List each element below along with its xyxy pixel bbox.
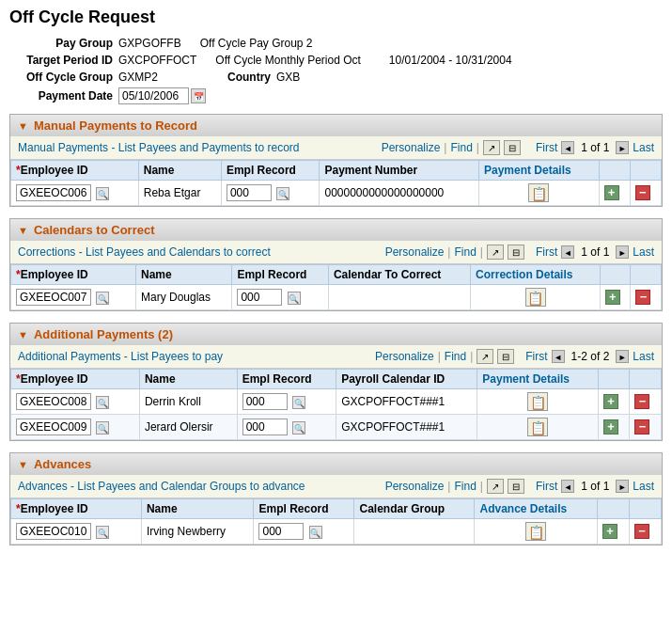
remove-row-button[interactable]: − xyxy=(634,524,649,539)
add-cell: + xyxy=(599,181,630,206)
col-rem-1 xyxy=(630,161,661,181)
advances-find[interactable]: Find xyxy=(454,480,476,493)
empl-record-input[interactable] xyxy=(258,523,304,540)
table-row: 🔍 Mary Douglas 🔍 📋 + − xyxy=(11,285,662,310)
advances-grid-icon[interactable]: ⊟ xyxy=(508,479,524,494)
col-rem-4 xyxy=(629,499,661,519)
manual-payments-last[interactable]: Last xyxy=(633,141,654,154)
calendars-next[interactable]: ► xyxy=(616,245,629,259)
payment-date-input[interactable] xyxy=(118,87,189,104)
advances-title: Advances xyxy=(34,457,91,471)
calendar-id-cell: GXCPOFFOCT###1 xyxy=(336,415,477,440)
remove-row-button[interactable]: − xyxy=(635,185,650,200)
search-icon[interactable]: 🔍 xyxy=(96,187,109,200)
search-icon[interactable]: 🔍 xyxy=(288,292,301,305)
additional-payments-header: ▼ Additional Payments (2) xyxy=(10,324,662,345)
advances-toggle[interactable]: ▼ xyxy=(18,459,28,470)
add-cell: + xyxy=(600,285,631,310)
calendar-icon[interactable]: 📅 xyxy=(191,88,206,103)
manual-payments-prev[interactable]: ◄ xyxy=(561,141,574,154)
additional-payments-prev[interactable]: ◄ xyxy=(552,350,565,363)
page-title: Off Cycle Request xyxy=(9,8,663,27)
advances-toolbar-links: Personalize | Find | ↗ ⊟ First ◄ 1 of 1 … xyxy=(385,479,654,494)
search-icon[interactable]: 🔍 xyxy=(292,396,305,409)
manual-payments-header: ▼ Manual Payments to Record xyxy=(10,115,662,136)
payment-date-row: Payment Date 📅 xyxy=(9,87,663,104)
calendars-grid-icon[interactable]: ⊟ xyxy=(508,245,524,260)
manual-payments-first[interactable]: First xyxy=(536,141,557,154)
search-icon[interactable]: 🔍 xyxy=(96,292,109,305)
manual-payments-export-icon[interactable]: ↗ xyxy=(483,140,500,155)
advances-personalize[interactable]: Personalize xyxy=(385,480,445,493)
remove-row-button[interactable]: − xyxy=(634,419,649,434)
add-row-button[interactable]: + xyxy=(605,290,620,305)
advances-toolbar-label: Advances - List Payees and Calendar Grou… xyxy=(18,480,305,493)
search-icon[interactable]: 🔍 xyxy=(96,396,109,409)
emp-id-input[interactable] xyxy=(16,184,91,201)
manual-payments-toolbar-links: Personalize | Find | ↗ ⊟ First ◄ 1 of 1 … xyxy=(382,140,654,155)
add-row-button[interactable]: + xyxy=(603,394,618,409)
detail-icon[interactable]: 📋 xyxy=(525,288,546,307)
emp-id-input[interactable] xyxy=(16,419,91,435)
additional-payments-export-icon[interactable]: ↗ xyxy=(477,349,493,364)
manual-payments-nav: 1 of 1 xyxy=(581,141,609,154)
detail-icon[interactable]: 📋 xyxy=(527,418,548,436)
calendars-personalize[interactable]: Personalize xyxy=(385,245,445,259)
advances-prev[interactable]: ◄ xyxy=(561,480,574,493)
add-row-button[interactable]: + xyxy=(603,419,618,434)
emp-id-cell: 🔍 xyxy=(11,415,140,440)
page-container: Off Cycle Request Pay Group GXPGOFFB Off… xyxy=(0,0,672,564)
country-value: GXB xyxy=(276,71,300,84)
detail-icon[interactable]: 📋 xyxy=(525,522,546,541)
advances-last[interactable]: Last xyxy=(633,480,654,493)
emp-id-input[interactable] xyxy=(16,393,91,410)
additional-payments-toggle[interactable]: ▼ xyxy=(18,329,28,340)
advances-export-icon[interactable]: ↗ xyxy=(487,479,504,494)
manual-payments-find[interactable]: Find xyxy=(450,141,472,154)
col-name-4: Name xyxy=(141,499,254,519)
add-row-button[interactable]: + xyxy=(602,524,617,539)
additional-payments-first[interactable]: First xyxy=(525,350,547,363)
calendars-export-icon[interactable]: ↗ xyxy=(487,245,504,260)
calendars-title: Calendars to Correct xyxy=(34,223,155,237)
name-cell: Irving Newberry xyxy=(141,519,254,545)
manual-payments-personalize[interactable]: Personalize xyxy=(382,141,441,154)
emp-id-input[interactable] xyxy=(16,523,91,540)
additional-payments-next[interactable]: ► xyxy=(616,350,629,363)
remove-row-button[interactable]: − xyxy=(634,394,649,409)
additional-payments-grid-icon[interactable]: ⊟ xyxy=(497,349,514,364)
empl-record-input[interactable] xyxy=(242,419,288,435)
search-icon[interactable]: 🔍 xyxy=(292,421,305,434)
search-icon[interactable]: 🔍 xyxy=(309,526,322,539)
emp-id-input[interactable] xyxy=(16,289,91,306)
empl-record-input[interactable] xyxy=(227,184,272,201)
additional-payments-section: ▼ Additional Payments (2) Additional Pay… xyxy=(9,323,663,441)
detail-icon[interactable]: 📋 xyxy=(528,183,549,202)
empl-record-input[interactable] xyxy=(237,289,282,306)
add-cell: + xyxy=(598,519,630,545)
advances-next[interactable]: ► xyxy=(616,480,629,493)
calendars-find[interactable]: Find xyxy=(454,245,476,259)
search-icon[interactable]: 🔍 xyxy=(96,526,109,539)
search-icon[interactable]: 🔍 xyxy=(276,187,289,200)
empl-record-cell: 🔍 xyxy=(221,181,320,206)
additional-payments-personalize[interactable]: Personalize xyxy=(375,350,434,363)
calendars-prev[interactable]: ◄ xyxy=(561,245,574,259)
remove-row-button[interactable]: − xyxy=(635,290,650,305)
add-row-button[interactable]: + xyxy=(604,185,619,200)
manual-payments-next[interactable]: ► xyxy=(616,141,629,154)
calendars-first[interactable]: First xyxy=(536,245,557,259)
manual-payments-toggle[interactable]: ▼ xyxy=(18,120,28,132)
calendars-toolbar-label: Corrections - List Payees and Calendars … xyxy=(18,245,271,259)
calendars-toggle[interactable]: ▼ xyxy=(18,225,28,236)
empl-record-input[interactable] xyxy=(242,393,288,410)
name-cell: Derrin Kroll xyxy=(139,389,237,415)
manual-payments-grid-icon[interactable]: ⊟ xyxy=(504,140,521,155)
detail-icon[interactable]: 📋 xyxy=(527,392,548,411)
remove-cell: − xyxy=(631,285,662,310)
search-icon[interactable]: 🔍 xyxy=(96,421,109,434)
additional-payments-find[interactable]: Find xyxy=(445,350,466,363)
advances-first[interactable]: First xyxy=(536,480,557,493)
calendars-last[interactable]: Last xyxy=(633,245,654,259)
additional-payments-last[interactable]: Last xyxy=(633,350,654,363)
